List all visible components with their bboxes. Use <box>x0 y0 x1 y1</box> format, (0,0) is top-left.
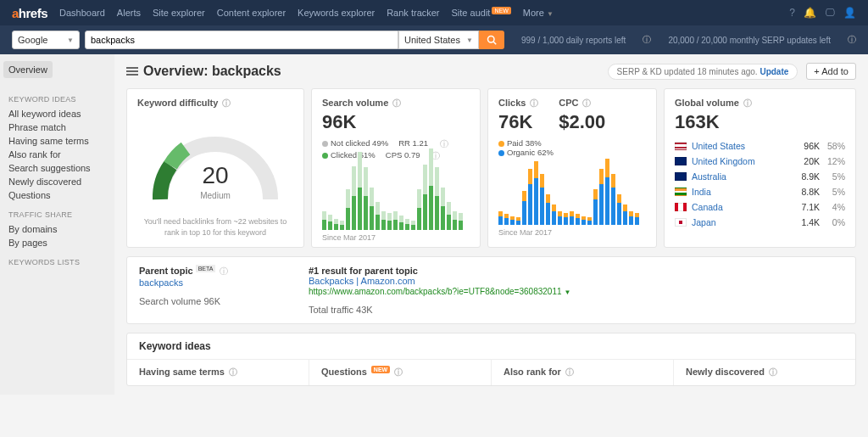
sidebar-item[interactable]: By domains <box>8 222 114 236</box>
bar <box>570 211 574 225</box>
bar <box>546 194 550 225</box>
pt-topic-link[interactable]: backpacks <box>139 277 183 288</box>
bar <box>540 174 544 225</box>
clicks-chart <box>498 165 646 225</box>
gv-country: United States <box>692 141 793 151</box>
bar <box>328 215 332 230</box>
sv-since: Since Mar 2017 <box>322 233 470 242</box>
nav-item[interactable]: Alerts <box>117 8 141 18</box>
bar <box>552 204 556 225</box>
pt-result-title[interactable]: Backpacks | Amazon.com <box>309 276 415 286</box>
gv-country: Canada <box>692 202 793 212</box>
gv-val: 20K <box>793 156 820 166</box>
bar <box>405 219 409 230</box>
sv-value: 96K <box>322 111 470 133</box>
gv-row[interactable]: Canada7.1K4% <box>675 199 845 215</box>
search-button[interactable] <box>479 31 504 49</box>
bar <box>358 152 362 230</box>
bar <box>441 188 445 230</box>
bar <box>411 221 415 230</box>
bar <box>635 213 639 225</box>
engine-select[interactable]: Google ▼ <box>12 31 80 49</box>
add-to-button[interactable]: + Add to <box>806 63 856 80</box>
gv-pct: 4% <box>820 202 845 212</box>
gv-val: 8.8K <box>793 187 820 197</box>
ki-col[interactable]: Having same terms ⓘ <box>127 360 309 385</box>
bar <box>364 167 368 230</box>
search-icon <box>487 35 497 45</box>
clicks-value: 76K <box>498 111 538 133</box>
bar <box>381 211 386 230</box>
ki-col[interactable]: Questions NEW ⓘ <box>309 360 492 385</box>
bar <box>629 211 633 225</box>
gv-row[interactable]: United Kingdom20K12% <box>675 154 845 169</box>
bell-icon[interactable]: 🔔 <box>804 7 816 19</box>
hamburger-icon[interactable] <box>126 65 138 77</box>
bar <box>393 211 398 230</box>
beta-badge: BETA <box>196 265 216 272</box>
sidebar-item[interactable]: Also rank for <box>8 148 114 161</box>
user-icon[interactable]: 👤 <box>843 7 856 19</box>
bar <box>534 161 538 225</box>
bar <box>334 219 338 230</box>
sidebar-item[interactable]: Search suggestions <box>8 161 114 175</box>
bar <box>581 216 586 225</box>
bar <box>453 211 457 230</box>
sidebar-group-head: TRAFFIC SHARE <box>8 210 114 219</box>
kd-card: Keyword difficulty ⓘ 20 Medium You'll ne… <box>126 88 304 248</box>
help-icon[interactable]: ? <box>789 7 795 19</box>
nav-more[interactable]: More ▼ <box>523 8 554 18</box>
sidebar-item[interactable]: Having same terms <box>8 134 114 148</box>
bar <box>322 211 326 230</box>
ki-col[interactable]: Also rank for ⓘ <box>492 360 674 385</box>
kd-note: You'll need backlinks from ~22 websites … <box>137 216 293 238</box>
bar <box>346 189 350 230</box>
gv-val: 8.9K <box>793 171 820 182</box>
bar <box>576 214 580 225</box>
bar <box>435 167 439 230</box>
nav-item[interactable]: Keywords explorer <box>298 8 375 18</box>
top-nav: ahrefs DashboardAlertsSite explorerConte… <box>0 0 868 25</box>
info-icon: ⓘ <box>643 34 651 46</box>
nav-item[interactable]: Content explorer <box>217 8 286 18</box>
gv-row[interactable]: United States96K58% <box>675 138 845 154</box>
gv-country: Australia <box>692 171 793 182</box>
bar <box>623 204 627 225</box>
nav-item[interactable]: Site explorer <box>153 8 205 18</box>
caret-down-icon[interactable]: ▼ <box>565 289 571 296</box>
gv-row[interactable]: India8.8K5% <box>675 184 845 199</box>
bar <box>459 213 463 230</box>
sidebar-item[interactable]: Newly discovered <box>8 175 114 188</box>
bar <box>399 216 403 230</box>
engine-value: Google <box>18 35 47 45</box>
sidebar-item[interactable]: By pages <box>8 236 114 249</box>
main: Overview: backpacks SERP & KD updated 18… <box>114 54 868 395</box>
bar <box>528 169 532 225</box>
update-link[interactable]: Update <box>760 67 788 76</box>
sidebar-item[interactable]: Phrase match <box>8 120 114 134</box>
sidebar-active[interactable]: Overview <box>3 61 53 78</box>
nav-item[interactable]: Rank tracker <box>387 8 439 18</box>
gv-row[interactable]: Australia8.9K5% <box>675 169 845 184</box>
nav-item[interactable]: Dashboard <box>59 8 105 18</box>
cpc-value: $2.00 <box>559 111 605 133</box>
flag-icon <box>675 188 687 196</box>
monitor-icon[interactable]: 🖵 <box>825 7 835 19</box>
serp-update-pill: SERP & KD updated 18 minutes ago. Update <box>608 64 798 80</box>
top-menu: DashboardAlertsSite explorerContent expl… <box>59 8 554 18</box>
sidebar-item[interactable]: Questions <box>8 188 114 202</box>
bar <box>447 202 451 230</box>
ki-col[interactable]: Newly discovered ⓘ <box>674 360 855 385</box>
sidebar-item[interactable]: All keyword ideas <box>8 107 114 120</box>
bar <box>587 217 592 225</box>
gv-row[interactable]: Japan1.4K0% <box>675 215 845 230</box>
pt-result-url[interactable]: https://www.amazon.com/backpacks/b?ie=UT… <box>309 287 562 296</box>
bar <box>429 148 433 230</box>
logo[interactable]: ahrefs <box>12 6 47 20</box>
nav-item[interactable]: Site auditNEW <box>452 8 511 18</box>
country-select[interactable]: United States ▼ <box>398 31 479 49</box>
info-icon: ⓘ <box>390 98 401 108</box>
quota-daily: 999 / 1,000 daily reports left <box>521 36 626 45</box>
keyword-input[interactable] <box>85 31 398 49</box>
parent-topic-card: Parent topic BETA ⓘ backpacks Search vol… <box>126 256 856 324</box>
